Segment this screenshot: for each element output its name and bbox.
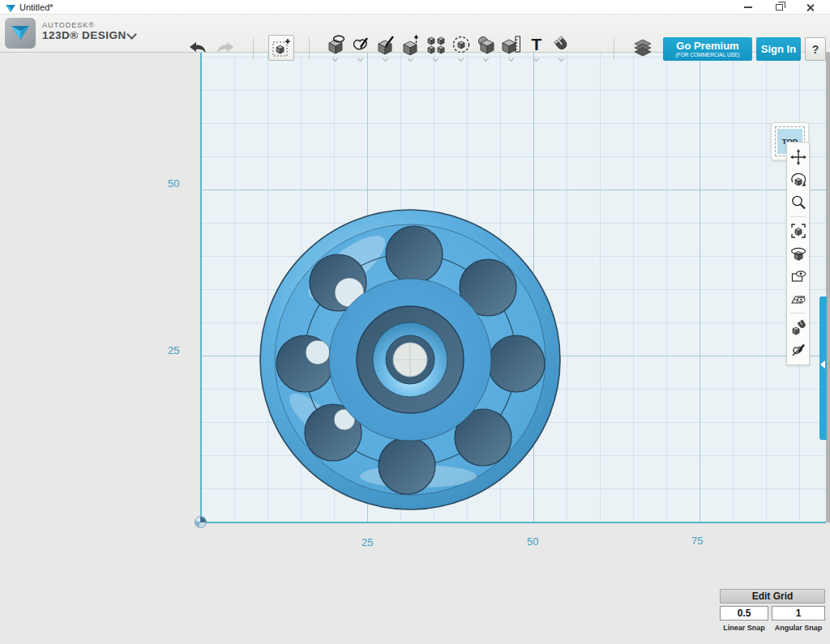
undo-icon (187, 41, 208, 55)
snap-toggle-button[interactable] (787, 316, 809, 339)
brand-product: 123D® DESIGN (42, 29, 126, 42)
modify-dropdown-chevron-icon[interactable] (408, 56, 413, 62)
document-title: Untitled* (19, 2, 53, 12)
toolbar-divider (309, 38, 310, 59)
nav-divider (790, 313, 806, 313)
y-axis-label-25: 25 (168, 344, 179, 356)
insert-icon (271, 37, 292, 58)
window-edge-strip (826, 53, 830, 522)
toolbar-divider (614, 38, 614, 59)
grouping-tool[interactable] (448, 34, 473, 61)
toolbar-divider (253, 38, 254, 59)
visibility-icon (790, 268, 806, 284)
help-button[interactable]: ? (805, 37, 826, 61)
pattern-tool[interactable] (423, 34, 448, 61)
x-axis-label-50: 50 (527, 535, 538, 548)
text-tool[interactable]: T (524, 34, 549, 61)
visibility-button[interactable] (787, 265, 809, 288)
zoom-fit-button[interactable] (787, 220, 809, 242)
y-axis-line (200, 53, 202, 522)
x-axis-line (200, 522, 826, 523)
brand-text: AUTODESK® 123D® DESIGN (42, 21, 126, 42)
grid-visibility-button[interactable] (787, 288, 809, 310)
zoom-icon (790, 194, 806, 211)
combine-tool[interactable] (473, 34, 498, 61)
measure-tool[interactable] (498, 34, 524, 61)
restore-button[interactable] (764, 0, 794, 15)
y-axis-label-50: 50 (168, 177, 179, 190)
nav-divider (790, 216, 806, 217)
minimize-button[interactable] (733, 0, 764, 15)
primitives-tool[interactable] (323, 34, 348, 61)
grouping-dropdown-chevron-icon[interactable] (458, 56, 464, 62)
close-icon (806, 3, 815, 12)
svg-text:T: T (531, 35, 541, 53)
window-controls (733, 0, 825, 15)
go-premium-sublabel: (FOR COMMERCIAL USE) (676, 52, 740, 58)
x-axis-label-25: 25 (362, 536, 373, 548)
go-premium-button[interactable]: Go Premium (FOR COMMERCIAL USE) (663, 37, 752, 61)
pattern-dropdown-chevron-icon[interactable] (433, 56, 439, 62)
title-bar: Untitled* (0, 0, 830, 15)
modify-tool[interactable] (398, 34, 423, 61)
text-dropdown-chevron-icon[interactable] (533, 56, 539, 62)
app-menu-chevron-icon[interactable] (126, 29, 137, 40)
123d-logo-icon (10, 24, 31, 42)
viewport[interactable]: 50 25 25 50 75 (0, 53, 830, 644)
sign-in-button[interactable]: Sign In (756, 37, 801, 61)
linear-snap-input[interactable] (720, 606, 768, 621)
orbit-button[interactable] (787, 168, 809, 191)
construct-icon (375, 34, 396, 55)
sketch-dropdown-chevron-icon[interactable] (357, 56, 363, 62)
model-wheel[interactable] (259, 209, 562, 511)
flyout-arrow-icon (820, 360, 825, 369)
measure-icon (501, 34, 522, 55)
edit-grid-button[interactable]: Edit Grid (720, 589, 825, 603)
app-menu-button[interactable] (5, 18, 36, 49)
redo-button[interactable] (214, 36, 237, 59)
close-button[interactable] (794, 0, 825, 15)
snap-tool[interactable] (549, 34, 574, 61)
parts-flyout-tab[interactable] (819, 296, 827, 440)
sketch-visibility-button[interactable] (787, 339, 809, 361)
combine-icon (476, 34, 497, 55)
linear-snap-label: Linear Snap (720, 624, 768, 632)
x-axis-label-75: 75 (691, 535, 703, 547)
redo-icon (215, 41, 236, 55)
snap-icon (551, 34, 572, 55)
view-cube-mode-button[interactable] (787, 242, 809, 265)
pan-button[interactable] (787, 146, 809, 168)
model-wheel-graphic (259, 209, 562, 511)
construct-tool[interactable] (373, 34, 398, 61)
zoom-fit-icon (790, 223, 806, 239)
angular-snap-label: Angular Snap (772, 624, 825, 632)
construct-dropdown-chevron-icon[interactable] (383, 56, 388, 62)
primitives-icon (325, 34, 346, 55)
combine-dropdown-chevron-icon[interactable] (483, 56, 489, 62)
sketch-tool[interactable] (348, 34, 373, 61)
undo-button[interactable] (186, 36, 209, 59)
sketch-visibility-icon (790, 342, 806, 358)
app-logo-icon (5, 2, 16, 17)
measure-dropdown-chevron-icon[interactable] (508, 56, 514, 62)
snap-dropdown-chevron-icon[interactable] (558, 56, 564, 62)
angular-snap-input[interactable] (772, 606, 825, 621)
navigation-toolbar (786, 142, 810, 365)
view-cube-icon (790, 245, 806, 262)
pan-icon (790, 149, 806, 165)
grouping-icon (451, 34, 472, 55)
text-icon: T (526, 34, 547, 55)
go-premium-label: Go Premium (676, 41, 738, 52)
material-icon (632, 37, 653, 58)
orbit-icon (790, 172, 806, 188)
primitives-dropdown-chevron-icon[interactable] (332, 56, 338, 62)
insert-button[interactable] (268, 35, 294, 61)
pattern-icon (426, 34, 447, 55)
restore-icon (776, 4, 783, 11)
sketch-icon (350, 34, 371, 55)
modify-icon (400, 34, 421, 55)
origin-gizmo[interactable] (195, 516, 207, 528)
grid-visibility-icon (790, 291, 806, 307)
zoom-button[interactable] (787, 191, 809, 214)
material-button[interactable] (631, 36, 654, 59)
